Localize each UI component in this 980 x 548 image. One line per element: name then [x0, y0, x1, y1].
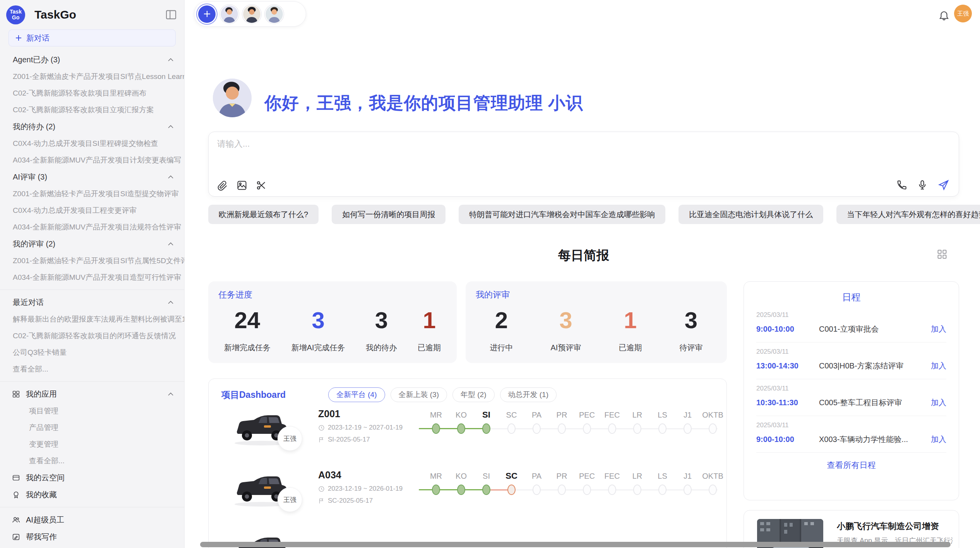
new-session-button[interactable] [198, 5, 216, 23]
horizontal-scrollbar[interactable] [200, 542, 951, 547]
schedule-list: 2025/03/11 9:00-10:00 C001-立项审批会 加入 2025… [744, 303, 959, 453]
milestone-dot[interactable] [709, 423, 717, 434]
suggestion-chip[interactable]: 欧洲新规最近颁布了什么? [208, 205, 319, 224]
recent-chat-item[interactable]: C02-飞腾新能源轻客改款项目的闭环通告反馈情况 [0, 327, 184, 344]
layout-grid-icon[interactable] [937, 249, 947, 260]
milestone-dot[interactable] [457, 423, 465, 434]
sidebar-task-item[interactable]: C0X4-动力总成开发项目SI里程碑提交物检查 [0, 135, 184, 152]
collapse-sidebar-icon[interactable] [165, 9, 177, 21]
milestone-dot[interactable] [533, 423, 541, 434]
app-link[interactable]: 查看全部... [0, 452, 184, 469]
sidebar-item-favorites[interactable]: 我的收藏 [0, 486, 184, 503]
sidebar-item-cloud-space[interactable]: 我的云空间 [0, 469, 184, 486]
sidebar-task-item[interactable]: A034-全新新能源MUV产品开发项目法规符合性评审 [0, 219, 184, 235]
join-link[interactable]: 加入 [931, 397, 946, 408]
microphone-icon[interactable] [917, 180, 928, 190]
chevron-up-icon[interactable] [168, 392, 173, 396]
milestone-dot[interactable] [709, 485, 717, 495]
dashboard-tab[interactable]: 全新平台 (4) [328, 387, 385, 402]
project-row[interactable]: 王强 Z001 2023-12-19 ~ 2027-01-19 SI-2025-… [209, 403, 726, 464]
milestone-track: MRKOSISCPAPRPECFECLRLSJ1OKTB [423, 470, 725, 497]
join-link[interactable]: 加入 [931, 434, 946, 445]
suggestion-chip[interactable]: 当下年轻人对汽车外观有怎样的喜好趋势 [836, 205, 980, 224]
milestone-dot[interactable] [684, 485, 692, 495]
logo-line2: Go [12, 15, 19, 21]
section-my-review[interactable]: 我的评审 (2) [0, 235, 184, 252]
attachment-icon[interactable] [217, 180, 228, 191]
dashboard-tab[interactable]: 动总开发 (1) [500, 387, 557, 402]
stat-label: AI预评审 [551, 342, 581, 353]
milestone-dot[interactable] [633, 485, 641, 495]
sidebar-task-item[interactable]: C02-飞腾新能源轻客改款项目立项汇报方案 [0, 101, 184, 118]
milestone-dot[interactable] [507, 423, 516, 434]
sidebar-task-item[interactable]: Z001-全新燃油轻卡产品开发项目SI造型提交物评审 [0, 185, 184, 202]
milestone-dot[interactable] [583, 423, 591, 434]
sidebar-task-item[interactable]: A034-全新新能源MUV产品开发项目计划变更表编写 [0, 152, 184, 168]
section-ai-review[interactable]: AI评审 (3) [0, 168, 184, 185]
agent-avatar[interactable] [243, 5, 260, 23]
send-icon[interactable] [938, 179, 949, 191]
sidebar-task-item[interactable]: C02-飞腾新能源轻客改款项目里程碑画布 [0, 85, 184, 101]
milestone-dot[interactable] [507, 485, 516, 495]
sidebar-item-creative-drawing[interactable]: 创意制图 [0, 545, 184, 548]
chat-input[interactable] [217, 138, 798, 163]
milestone-dot[interactable] [583, 485, 591, 495]
milestone-dot[interactable] [533, 485, 541, 495]
milestone-dot[interactable] [432, 485, 440, 495]
milestone-dot[interactable] [432, 423, 440, 434]
milestone-dot[interactable] [457, 485, 465, 495]
milestone-dot[interactable] [482, 423, 490, 434]
milestone-dot[interactable] [558, 485, 566, 495]
milestone-label: SI [474, 470, 499, 483]
app-link[interactable]: 产品管理 [0, 419, 184, 436]
agent-avatar[interactable] [266, 5, 283, 23]
milestone-dot[interactable] [633, 423, 641, 434]
milestone-dot[interactable] [482, 485, 490, 495]
new-chat-label: 新对话 [26, 33, 50, 43]
milestone-dot[interactable] [558, 423, 566, 434]
project-row[interactable]: 王强 A034 2023-12-19 ~ 2026-01-19 SC-2025-… [209, 464, 726, 525]
phone-icon[interactable] [896, 180, 907, 190]
section-recent-chats[interactable]: 最近对话 [0, 294, 184, 311]
app-link[interactable]: 变更管理 [0, 436, 184, 452]
app-link[interactable]: 项目管理 [0, 402, 184, 419]
chevron-up-icon[interactable] [168, 175, 173, 179]
recent-chat-item[interactable]: 解释最新出台的欧盟报废车法规再生塑料比例被调至15%... [0, 311, 184, 327]
sidebar-item-ai-super-staff[interactable]: AI超级员工 [0, 511, 184, 528]
image-icon[interactable] [236, 180, 247, 191]
notifications-bell-icon[interactable] [938, 9, 950, 21]
milestone-label: FEC [600, 409, 625, 422]
milestone-dot[interactable] [658, 485, 666, 495]
suggestion-chip[interactable]: 比亚迪全固态电池计划具体说了什么 [678, 205, 823, 224]
chevron-up-icon[interactable] [168, 125, 173, 128]
chevron-up-icon[interactable] [168, 58, 173, 62]
suggestion-chip[interactable]: 特朗普可能对进口汽车增税会对中国车企造成哪些影响 [459, 205, 665, 224]
section-agent-done[interactable]: Agent已办 (3) [0, 51, 184, 68]
recent-chat-item[interactable]: 公司Q3轻卡销量 [0, 344, 184, 361]
chevron-up-icon[interactable] [168, 301, 173, 304]
scissors-icon[interactable] [256, 180, 267, 191]
agent-avatar[interactable] [221, 5, 238, 23]
sidebar-item-my-apps[interactable]: 我的应用 [0, 385, 184, 402]
dashboard-tab[interactable]: 年型 (2) [452, 387, 495, 402]
sidebar-task-item[interactable]: C0X4-动力总成开发项目工程变更评审 [0, 202, 184, 219]
new-chat-button[interactable]: 新对话 [9, 29, 176, 46]
join-link[interactable]: 加入 [931, 324, 946, 334]
sidebar-task-item[interactable]: Z001-全新燃油轻卡产品开发项目SI节点属性5D文件评审 [0, 252, 184, 269]
dashboard-tab[interactable]: 全新上装 (3) [391, 387, 447, 402]
chevron-up-icon[interactable] [168, 242, 173, 246]
suggestion-chips: 欧洲新规最近颁布了什么?如何写一份清晰的项目周报特朗普可能对进口汽车增税会对中国… [208, 205, 959, 224]
sidebar-task-item[interactable]: A034-全新新能源MUV产品开发项目造型可行性评审 [0, 269, 184, 286]
section-my-todo[interactable]: 我的待办 (2) [0, 118, 184, 135]
user-avatar[interactable]: 王强 [954, 5, 972, 22]
recent-chat-item[interactable]: 查看全部... [0, 361, 184, 377]
milestone-dot[interactable] [608, 485, 616, 495]
suggestion-chip[interactable]: 如何写一份清晰的项目周报 [332, 205, 445, 224]
sidebar-item-help-me-write[interactable]: 帮我写作 [0, 528, 184, 545]
milestone-dot[interactable] [658, 423, 666, 434]
join-link[interactable]: 加入 [931, 361, 946, 371]
view-all-schedule-link[interactable]: 查看所有日程 [744, 453, 959, 478]
milestone-dot[interactable] [684, 423, 692, 434]
milestone-dot[interactable] [608, 423, 616, 434]
sidebar-task-item[interactable]: Z001-全新燃油皮卡产品开发项目SI节点Lesson Learn报告 [0, 68, 184, 85]
